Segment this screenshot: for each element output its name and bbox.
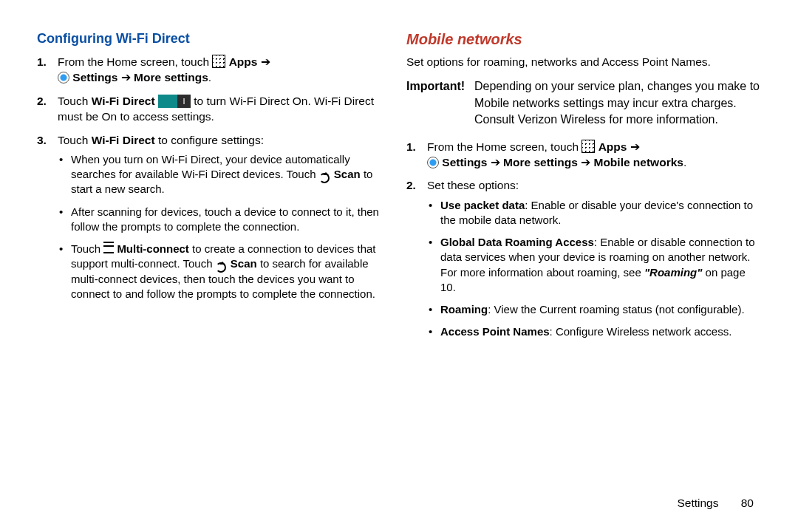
scan-icon [216,258,228,270]
step-1: 1. From the Home screen, touch Apps ➔ Se… [58,54,392,86]
step-1: 1. From the Home screen, touch Apps ➔ Se… [427,139,761,171]
wifi-direct-label: Wi-Fi Direct [92,95,155,107]
settings-icon [427,157,439,168]
apps-icon [212,55,225,68]
steps-list-right: 1. From the Home screen, touch Apps ➔ Se… [406,139,761,340]
opt-global-roaming: Global Data Roaming Access: Enable or di… [440,235,761,295]
bullet-3: Touch Multi-connect to create a connecti… [71,242,392,301]
intro-text: Set options for roaming, networks and Ac… [406,54,761,69]
settings-label: Settings [72,71,117,83]
scan-icon [319,168,331,180]
important-label: Important! [406,78,465,95]
page-footer: Settings 80 [677,497,754,510]
opt-roaming: Roaming: View the Current roaming status… [440,302,761,317]
more-settings-label: More settings [134,71,208,83]
footer-section: Settings [677,497,718,509]
left-column: Configuring Wi-Fi Direct 1. From the Hom… [30,28,399,502]
bullet-1: When you turn on Wi-Fi Direct, your devi… [71,152,392,197]
bullet-2: After scanning for devices, touch a devi… [71,205,392,235]
step-3: 3. Touch Wi-Fi Direct to configure setti… [58,132,392,302]
opt-use-packet-data: Use packet data: Enable or disable your … [440,198,761,228]
multi-connect-label: Multi-connect [117,242,189,255]
footer-page-number: 80 [741,497,754,509]
roaming-quote: "Roaming" [644,266,702,279]
apps-icon [582,140,595,153]
heading-configuring-wifi-direct: Configuring Wi-Fi Direct [37,31,392,47]
sub-bullets: When you turn on Wi-Fi Direct, your devi… [58,152,392,301]
settings-icon [58,72,69,83]
steps-list-left: 1. From the Home screen, touch Apps ➔ Se… [37,54,392,301]
toggle-icon [158,95,191,108]
step-2: 2. Set these options: Use packet data: E… [427,177,761,339]
heading-mobile-networks: Mobile networks [406,31,761,48]
apps-label: Apps [229,55,258,68]
important-note: Important! Depending on your service pla… [406,78,761,128]
options-list: Use packet data: Enable or disable your … [427,198,761,340]
scan-label: Scan [334,168,361,180]
manual-page: Configuring Wi-Fi Direct 1. From the Hom… [0,0,798,532]
opt-apn: Access Point Names: Configure Wireless n… [440,324,761,339]
step-2: 2. Touch Wi-Fi Direct to turn Wi-Fi Dire… [58,93,392,125]
mobile-networks-label: Mobile networks [593,156,683,168]
menu-icon [103,242,114,253]
right-column: Mobile networks Set options for roaming,… [399,28,768,502]
